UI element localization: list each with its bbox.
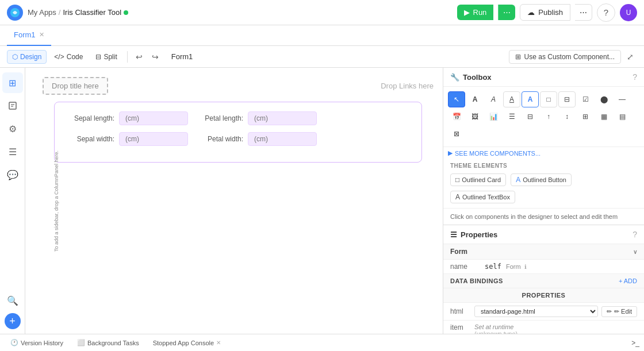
theme-card-label: Outlined Card xyxy=(462,176,501,183)
app-console-tab[interactable]: Stopped App Console ✕ xyxy=(147,338,227,348)
tab-form1-label: Form1 xyxy=(14,30,36,39)
form-header: Drop title here Drop Links here xyxy=(43,77,434,95)
toolbox-grid: ↖ A A A A □ ⊟ ☑ ⬤ — 📅 🖼 📊 ☰ ⊟ ↑ ↕ ⊞ ▦ ▤ … xyxy=(443,87,644,147)
sidebar-icon-question[interactable]: 💬 xyxy=(2,164,23,185)
form-group-petal-width: Petal width: xyxy=(197,132,317,146)
version-history-tab[interactable]: 🕐 Version History xyxy=(5,337,69,348)
theme-outlined-card[interactable]: □ Outlined Card xyxy=(450,173,506,186)
form-group-chevron[interactable]: ∨ xyxy=(633,249,637,255)
custom-component-button[interactable]: ⊞ Use as Custom Component... xyxy=(509,50,621,64)
run-button[interactable]: ▶ Run xyxy=(457,5,494,20)
theme-elements-row: □ Outlined Card A Outlined Button A Outl… xyxy=(443,171,644,208)
prop-info-icon: ℹ xyxy=(524,264,527,270)
background-tasks-label: Background Tasks xyxy=(87,340,139,346)
see-more-components[interactable]: ▶ SEE MORE COMPONENTS... xyxy=(443,147,644,159)
canvas-inner: Drop title here Drop Links here Sepal le… xyxy=(25,68,443,334)
sidebar-icon-data[interactable]: ☰ xyxy=(2,141,23,162)
tool-image[interactable]: 🖼 xyxy=(466,109,484,125)
canvas-wrapper: To add a sidebar, drop a ColumnPanel her… xyxy=(25,68,443,334)
item-value-block: Set at runtime (unknown type) xyxy=(474,323,518,334)
app-logo xyxy=(7,5,23,21)
wrench-icon: 🔧 xyxy=(450,73,459,82)
canvas: Drop title here Drop Links here Sepal le… xyxy=(25,68,443,334)
tool-grid-check[interactable]: ☑ xyxy=(577,91,594,107)
properties-help-icon[interactable]: ? xyxy=(632,230,637,239)
card-icon: □ xyxy=(455,176,459,184)
tool-rows[interactable]: ☰ xyxy=(503,109,520,125)
tool-dash[interactable]: — xyxy=(614,91,631,107)
sidebar-icon-pages[interactable] xyxy=(2,95,23,116)
toolbox-help-icon[interactable]: ? xyxy=(632,72,637,82)
avatar[interactable]: U xyxy=(620,4,637,21)
publish-more-button[interactable]: ⋯ xyxy=(575,4,592,21)
breadcrumb-apps[interactable]: My Apps xyxy=(28,8,56,17)
console-label: Stopped App Console xyxy=(153,340,214,346)
custom-component-label: Use as Custom Component... xyxy=(524,53,615,61)
petal-width-label: Petal width: xyxy=(197,135,243,143)
tool-text-italic[interactable]: A xyxy=(485,91,502,107)
tool-upload[interactable]: ↑ xyxy=(540,109,557,125)
terminal-icon[interactable]: >_ xyxy=(631,339,639,347)
tool-cursor[interactable]: ↖ xyxy=(448,91,465,107)
form-group-sepal-width: Sepal width: xyxy=(68,132,188,146)
tool-table[interactable]: ▦ xyxy=(595,109,612,125)
edit-button[interactable]: ✏ ✏ Edit xyxy=(601,306,637,317)
sepal-width-input[interactable] xyxy=(119,132,188,146)
undo-button[interactable]: ↩ xyxy=(132,50,146,64)
background-tasks-tab[interactable]: ⬜ Background Tasks xyxy=(71,337,145,348)
petal-length-label: Petal length: xyxy=(197,114,243,122)
theme-outlined-button[interactable]: A Outlined Button xyxy=(511,173,572,186)
tool-calendar[interactable]: 📅 xyxy=(448,109,465,125)
design-button[interactable]: ⬡ Design xyxy=(7,50,47,64)
sepal-length-input[interactable] xyxy=(119,111,188,125)
theme-elements-label: THEME ELEMENTS xyxy=(443,159,644,171)
main: ⊞ ⚙ ☰ 💬 🔍 + To add a sidebar, drop a Col… xyxy=(0,68,644,334)
tool-table3[interactable]: ⊠ xyxy=(448,126,465,142)
html-label: html xyxy=(450,307,471,315)
tool-rows2[interactable]: ⊟ xyxy=(522,109,539,125)
toolbox-title-text: Toolbox xyxy=(463,73,492,82)
prop-name-value: self xyxy=(485,263,501,271)
tool-panel[interactable]: ⊟ xyxy=(558,91,576,107)
petal-width-input[interactable] xyxy=(248,132,317,146)
code-button[interactable]: </> Code xyxy=(49,50,88,64)
tool-text-underline[interactable]: A xyxy=(503,91,520,107)
add-binding-button[interactable]: + ADD xyxy=(619,277,637,284)
tool-dot[interactable]: ⬤ xyxy=(595,91,612,107)
tool-arrows[interactable]: ↕ xyxy=(558,109,576,125)
sidebar-icon-settings[interactable]: ⚙ xyxy=(2,118,23,139)
html-select[interactable]: standard-page.html xyxy=(474,306,598,317)
split-button[interactable]: ⊟ Split xyxy=(90,50,122,64)
tool-box[interactable]: □ xyxy=(540,91,557,107)
tool-text-bold[interactable]: A xyxy=(466,91,484,107)
tool-chart[interactable]: 📊 xyxy=(485,109,502,125)
theme-outlined-textbox[interactable]: A Outlined TextBox xyxy=(450,191,515,203)
properties-header: ☰ Properties ? xyxy=(443,225,644,244)
help-button[interactable]: ? xyxy=(597,3,615,22)
sidebar-icon-apps[interactable]: ⊞ xyxy=(2,72,23,93)
tab-form1[interactable]: Form1 ✕ xyxy=(7,25,51,46)
form-row-1: Sepal length: Petal length: xyxy=(68,111,408,125)
toolbar-tab-name: Form1 xyxy=(171,52,193,61)
topbar: My Apps / Iris Classifier Tool ▶ Run ⋯ ☁… xyxy=(0,0,644,25)
right-panel: 🔧 Toolbox ? ↖ A A A A □ ⊟ ☑ ⬤ — 📅 🖼 📊 ☰ … xyxy=(443,68,644,334)
split-label: Split xyxy=(103,53,117,61)
tab-close-icon[interactable]: ✕ xyxy=(39,31,44,38)
sidebar-icon-search[interactable]: 🔍 xyxy=(2,290,23,311)
expand-button[interactable]: ⤢ xyxy=(623,50,637,64)
petal-length-input[interactable] xyxy=(248,111,317,125)
redo-button[interactable]: ↪ xyxy=(148,50,162,64)
run-more-button[interactable]: ⋯ xyxy=(498,5,515,20)
sepal-length-label: Sepal length: xyxy=(68,114,114,122)
tool-text-blue[interactable]: A xyxy=(522,91,539,107)
publish-button[interactable]: ☁ Publish xyxy=(520,4,570,21)
drop-links[interactable]: Drop Links here xyxy=(381,82,434,90)
item-row: item Set at runtime (unknown type) xyxy=(443,321,644,334)
console-close-icon[interactable]: ✕ xyxy=(216,340,221,346)
tool-grid2[interactable]: ⊞ xyxy=(577,109,594,125)
sidebar-icon-add[interactable]: + xyxy=(5,313,21,329)
avatar-initials: U xyxy=(626,9,631,17)
tool-table2[interactable]: ▤ xyxy=(614,109,631,125)
form-card: Sepal length: Petal length: Sepal width: xyxy=(54,102,422,163)
properties-title-text: Properties xyxy=(461,230,497,239)
